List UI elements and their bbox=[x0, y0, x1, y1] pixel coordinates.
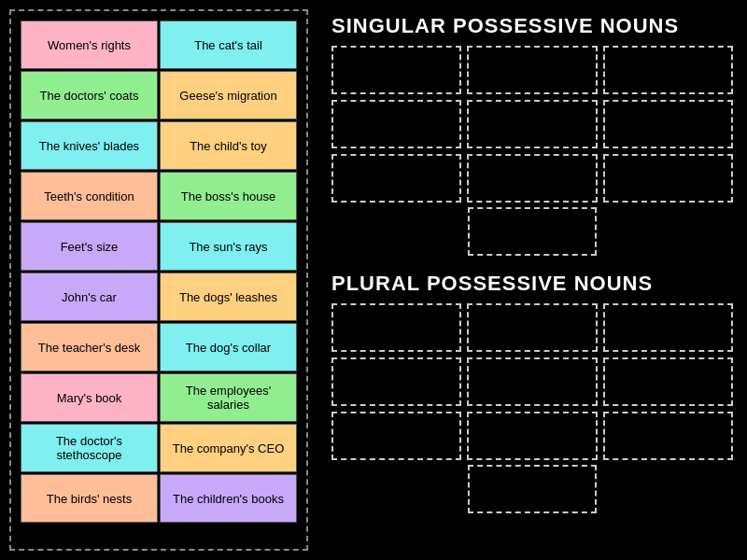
drop-cell[interactable] bbox=[331, 357, 461, 406]
drop-cell[interactable] bbox=[331, 303, 461, 352]
drop-cell[interactable] bbox=[467, 100, 597, 148]
drop-cell[interactable] bbox=[331, 412, 461, 460]
word-card[interactable]: The children's books bbox=[160, 474, 297, 523]
word-card[interactable]: Feet's size bbox=[21, 222, 158, 271]
word-card[interactable]: The doctor's stethoscope bbox=[21, 424, 158, 472]
word-cards-panel: Women's rightsThe cat's tailThe doctors'… bbox=[9, 9, 308, 551]
word-card[interactable]: The company's CEO bbox=[160, 424, 297, 472]
drop-cell[interactable] bbox=[603, 46, 733, 94]
word-card[interactable]: Mary's book bbox=[21, 373, 158, 422]
word-card[interactable]: The dog's collar bbox=[160, 323, 297, 371]
word-card[interactable]: The sun's rays bbox=[160, 222, 297, 271]
drop-cell[interactable] bbox=[331, 154, 461, 203]
word-card[interactable]: Women's rights bbox=[21, 21, 158, 69]
word-card[interactable]: The dogs' leashes bbox=[160, 273, 297, 321]
drop-cell[interactable] bbox=[603, 154, 733, 203]
plural-title: PLURAL POSSESSIVE NOUNS bbox=[331, 272, 733, 296]
word-card[interactable]: John's car bbox=[21, 273, 158, 321]
plural-grid bbox=[331, 303, 733, 460]
sorting-panel: SINGULAR POSSESSIVE NOUNS PLURAL POSSESS… bbox=[317, 0, 747, 560]
drop-cell[interactable] bbox=[467, 357, 597, 406]
word-card[interactable]: The boss's house bbox=[160, 172, 297, 220]
singular-grid bbox=[331, 46, 733, 203]
drop-cell[interactable] bbox=[603, 412, 733, 460]
word-card[interactable]: The child's toy bbox=[160, 121, 297, 170]
word-card[interactable]: The cat's tail bbox=[160, 21, 297, 69]
singular-title: SINGULAR POSSESSIVE NOUNS bbox=[331, 14, 733, 38]
drop-cell[interactable] bbox=[603, 100, 733, 148]
drop-cell[interactable] bbox=[603, 357, 733, 406]
drop-cell[interactable] bbox=[467, 412, 597, 460]
drop-cell[interactable] bbox=[603, 303, 733, 352]
word-card[interactable]: The employees' salaries bbox=[160, 373, 297, 422]
drop-cell[interactable] bbox=[467, 46, 597, 94]
drop-cell[interactable] bbox=[331, 100, 461, 148]
plural-extra-row bbox=[331, 465, 733, 513]
drop-cell[interactable] bbox=[468, 207, 598, 256]
word-card[interactable]: The knives' blades bbox=[21, 121, 158, 170]
word-card[interactable]: The birds' nests bbox=[21, 474, 158, 523]
singular-extra-row bbox=[331, 207, 733, 256]
word-card[interactable]: The teacher's desk bbox=[21, 323, 158, 371]
word-card[interactable]: Teeth's condition bbox=[21, 172, 158, 220]
word-card[interactable]: The doctors' coats bbox=[21, 71, 158, 119]
drop-cell[interactable] bbox=[468, 465, 598, 513]
drop-cell[interactable] bbox=[467, 154, 597, 203]
drop-cell[interactable] bbox=[467, 303, 597, 352]
drop-cell[interactable] bbox=[331, 46, 461, 94]
word-card[interactable]: Geese's migration bbox=[160, 71, 297, 119]
